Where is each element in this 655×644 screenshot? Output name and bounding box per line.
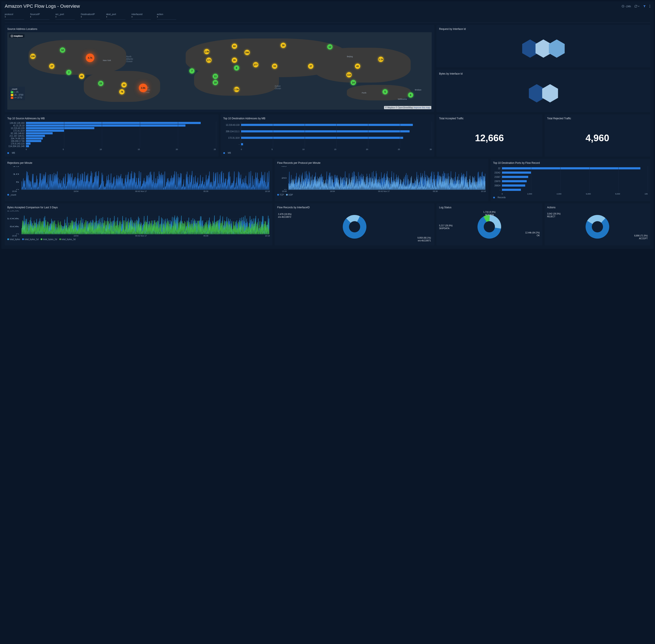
- map-bubble[interactable]: 5: [382, 89, 388, 94]
- legend-label: MB: [228, 152, 231, 154]
- svg-point-2: [650, 6, 650, 7]
- mapbox-logo: mapbox: [9, 34, 24, 38]
- bar[interactable]: [502, 189, 521, 191]
- bar[interactable]: [26, 124, 185, 127]
- map-bubble[interactable]: 110: [346, 72, 352, 77]
- map-bubble[interactable]: 26: [232, 58, 237, 63]
- time-range-value: -24h: [625, 5, 631, 8]
- bar-label: 20824: [493, 184, 500, 187]
- bar-chart[interactable]: 12.219.43.133209.114.111.1172.31.10.8-05…: [223, 122, 432, 154]
- bar[interactable]: [26, 127, 94, 129]
- map-bubble[interactable]: 396: [244, 50, 250, 55]
- bar[interactable]: [26, 122, 201, 124]
- donut-chart[interactable]: 2,479 (19.9%)eni-4b1188729,959 (80.1%)en…: [277, 211, 432, 243]
- hex-cell[interactable]: [549, 40, 565, 58]
- filter-icon[interactable]: [643, 5, 646, 8]
- time-range-picker[interactable]: -24h: [622, 5, 631, 8]
- map-bubble[interactable]: 108: [30, 54, 36, 59]
- bar[interactable]: [26, 137, 43, 139]
- map-bubble[interactable]: 8: [234, 65, 239, 70]
- filter-protocol[interactable]: protocol*: [5, 13, 24, 20]
- map-legend: _count < 25 25 - 3769 >= 3770: [9, 87, 25, 100]
- map-bubble[interactable]: 27: [49, 64, 54, 69]
- map-bubble[interactable]: 171: [206, 58, 211, 63]
- map-bubble[interactable]: 4.7k: [86, 53, 94, 62]
- map-bubble[interactable]: 1.1k: [378, 57, 383, 62]
- svg-text:15: 15: [13, 166, 19, 167]
- map-bubble[interactable]: 37: [308, 64, 313, 69]
- bar[interactable]: [26, 145, 29, 147]
- map-bubble[interactable]: 14: [351, 80, 356, 85]
- legend-label: Records: [498, 196, 506, 199]
- filter-srcport[interactable]: src_port*: [55, 13, 75, 20]
- timeseries-chart[interactable]: 050k100k150k15:0619:5400:42 Nov 1705:301…: [7, 211, 270, 243]
- legend-label: total_bytes_1d: [24, 238, 39, 240]
- bar[interactable]: [241, 143, 243, 145]
- svg-text:20: 20: [281, 177, 286, 179]
- bar-label: 21567: [493, 176, 500, 178]
- donut-chart[interactable]: 1,716 (8.9%)NODATA5,217 (26.9%)SKIPDATA1…: [439, 211, 540, 243]
- bar[interactable]: [26, 142, 30, 145]
- map-bubble[interactable]: 11: [213, 74, 218, 79]
- donut-chart[interactable]: 3,542 (28.5%)REJECT8,896 (71.5%)ACCEPT: [547, 211, 648, 243]
- hex-cell[interactable]: [542, 84, 558, 102]
- bar[interactable]: [502, 180, 527, 182]
- bar[interactable]: [26, 135, 45, 137]
- refresh-button[interactable]: [634, 5, 639, 8]
- legend-label: total_bytes_3d: [62, 238, 76, 240]
- legend-label: UDP: [288, 194, 293, 196]
- bar[interactable]: [26, 130, 64, 132]
- bar[interactable]: [502, 176, 528, 178]
- map-bubble[interactable]: 7: [66, 70, 71, 75]
- world-map[interactable]: NorthAtlanticOcean SouthAtlanticOcean In…: [7, 32, 432, 110]
- panel-map: Source Address Locations NorthAtlanticOc…: [5, 25, 434, 112]
- map-bubble[interactable]: 277: [253, 62, 258, 67]
- bar-chart[interactable]: 139.82.128.19341.31.25.1012.219.43.13317…: [7, 122, 216, 154]
- filter-sourceip[interactable]: SourceIP*: [30, 13, 49, 20]
- timeseries-chart[interactable]: 05101515:0619:5400:42 Nov 1705:3010:18_c…: [7, 166, 270, 199]
- map-bubble[interactable]: 3.9k: [139, 84, 147, 92]
- map-bubble[interactable]: 38: [281, 43, 286, 48]
- svg-text:5: 5: [16, 181, 19, 183]
- bar[interactable]: [241, 137, 403, 139]
- bar[interactable]: [502, 184, 525, 187]
- bar-chart[interactable]: 2223242215672397020824-02,0004,0006,0008…: [493, 166, 648, 199]
- map-bubble[interactable]: 45: [355, 64, 360, 69]
- donut-label: 9,959 (80.1%)eni-4b118871: [418, 236, 431, 242]
- bar-label: 204.74.99.100: [7, 137, 24, 140]
- filter-destport[interactable]: dest_port*: [106, 13, 125, 20]
- filter-interfaceid[interactable]: interfaceid*: [132, 13, 151, 20]
- header: Amazon VPC Flow Logs - Overview -24h: [5, 3, 650, 11]
- map-bubble[interactable]: 76: [119, 89, 124, 94]
- svg-text:50k: 50k: [10, 225, 19, 228]
- map-bubble[interactable]: 12: [60, 47, 65, 53]
- map-bubble[interactable]: 46: [79, 74, 84, 79]
- map-bubble[interactable]: 2.5k: [234, 87, 239, 92]
- map-bubble[interactable]: 10: [213, 80, 218, 85]
- map-bubble[interactable]: 93: [272, 64, 277, 69]
- map-bubble[interactable]: 23: [98, 81, 103, 86]
- map-bubble[interactable]: 12: [327, 44, 332, 49]
- map-bubble[interactable]: 1.8k: [204, 49, 209, 54]
- donut-label: 2,479 (19.9%)eni-4b118872: [278, 213, 291, 218]
- filter-action[interactable]: action*: [157, 13, 176, 20]
- bar[interactable]: [502, 171, 531, 174]
- bar[interactable]: [26, 132, 53, 134]
- panel-top-dest: Top 10 Destination Addresses by MB 12.21…: [221, 114, 435, 157]
- bar[interactable]: [241, 124, 413, 126]
- map-bubble[interactable]: 6: [408, 92, 413, 98]
- map-bubble[interactable]: 60: [232, 44, 237, 49]
- bar[interactable]: [502, 167, 640, 169]
- map-bubble[interactable]: 32: [121, 82, 126, 88]
- improve-map-link[interactable]: Improve this map: [414, 107, 430, 109]
- more-icon[interactable]: [649, 5, 650, 8]
- bar-label: 22: [493, 167, 500, 169]
- panel-rejected: Total Rejected Traffic 4,960: [544, 114, 650, 157]
- map-bubble[interactable]: 7: [189, 68, 194, 73]
- timeseries-chart[interactable]: 0204015:0619:5400:42 Nov 1705:3010:18TCP…: [277, 166, 486, 199]
- bar[interactable]: [26, 140, 41, 142]
- bar[interactable]: [241, 130, 410, 132]
- filter-destinationip[interactable]: DestinationIP*: [81, 13, 100, 20]
- hex-chart[interactable]: [439, 32, 648, 65]
- hex-chart[interactable]: [439, 77, 648, 110]
